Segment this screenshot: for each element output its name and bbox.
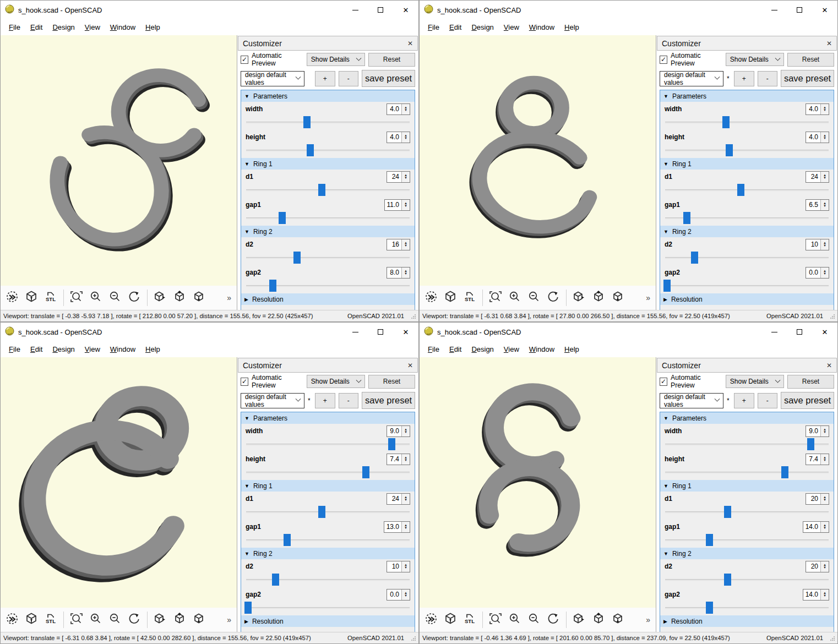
menu-item-edit[interactable]: Edit [25,343,47,355]
customizer-close-icon[interactable]: ✕ [407,40,413,47]
menu-item-view[interactable]: View [499,21,524,33]
parameter-spinbox[interactable]: 8.0▲▼ [387,267,410,279]
zoom-out-button[interactable] [106,610,124,629]
parameter-spinbox[interactable]: 4.0▲▼ [806,103,829,115]
spinbox-arrows[interactable]: ▲▼ [401,239,410,250]
details-dropdown[interactable]: Show Details [726,53,784,66]
spinbox-arrows[interactable]: ▲▼ [401,590,410,600]
slider-handle[interactable] [737,184,744,196]
slider-handle[interactable] [272,574,279,586]
spin-down-icon[interactable]: ▼ [404,177,407,179]
menu-item-help[interactable]: Help [559,21,584,33]
toolbar-overflow-icon[interactable]: » [646,615,650,624]
view-diagonal-button[interactable] [590,288,607,307]
spinbox-arrows[interactable]: ▲▼ [820,454,829,465]
section-header-resolution[interactable]: ▶Resolution [660,615,834,627]
slider-handle[interactable] [293,252,301,264]
parameter-spinbox[interactable]: 20▲▼ [806,561,829,572]
spinbox-arrows[interactable]: ▲▼ [820,104,829,114]
menu-item-window[interactable]: Window [105,21,140,33]
parameter-slider[interactable] [665,280,829,292]
spin-down-icon[interactable]: ▼ [823,272,826,275]
section-header-parameters[interactable]: ▼Parameters [241,90,415,102]
spinbox-arrows[interactable]: ▲▼ [401,132,410,143]
spin-down-icon[interactable]: ▼ [404,244,407,247]
maximize-button[interactable] [787,1,812,19]
section-header-ring-2[interactable]: ▼Ring 2 [660,226,834,237]
parameter-slider[interactable] [246,438,410,450]
zoom-in-button[interactable] [87,288,105,307]
slider-handle[interactable] [724,574,731,586]
save-preset-button[interactable]: save preset [781,70,834,87]
spin-down-icon[interactable]: ▼ [404,527,407,530]
spinbox-arrows[interactable]: ▲▼ [401,200,410,210]
parameter-spinbox[interactable]: 0.0▲▼ [806,267,829,279]
spinbox-arrows[interactable]: ▲▼ [820,590,829,600]
parameter-spinbox[interactable]: 10▲▼ [387,561,410,572]
spinbox-arrows[interactable]: ▲▼ [820,132,829,143]
spin-down-icon[interactable]: ▼ [823,527,826,530]
minimize-button[interactable] [342,1,368,19]
parameter-slider[interactable] [665,466,829,478]
parameter-spinbox[interactable]: 14.0▲▼ [803,589,829,601]
section-header-ring-2[interactable]: ▼Ring 2 [660,548,834,559]
slider-handle[interactable] [388,438,395,450]
section-header-ring-1[interactable]: ▼Ring 1 [241,158,415,170]
zoom-all-button[interactable] [487,288,504,307]
menu-item-window[interactable]: Window [105,343,140,355]
menu-item-design[interactable]: Design [466,21,498,33]
details-dropdown[interactable]: Show Details [726,375,784,388]
close-button[interactable]: ✕ [393,323,418,341]
menu-item-edit[interactable]: Edit [444,21,466,33]
section-header-resolution[interactable]: ▶Resolution [241,293,415,305]
stl-export-button[interactable]: STL [42,610,59,629]
reset-button[interactable]: Reset [368,375,415,389]
spin-down-icon[interactable]: ▼ [823,459,826,462]
parameter-slider[interactable] [246,184,410,196]
menu-item-edit[interactable]: Edit [25,21,47,33]
spinbox-arrows[interactable]: ▲▼ [401,522,410,532]
spinbox-arrows[interactable]: ▲▼ [820,494,829,504]
parameter-slider[interactable] [246,212,410,224]
menu-item-design[interactable]: Design [47,21,79,33]
preset-dropdown[interactable]: design default values [241,71,304,86]
zoom-out-button[interactable] [525,610,543,629]
view-center-button[interactable] [190,288,208,307]
section-header-ring-1[interactable]: ▼Ring 1 [660,480,834,492]
reset-view-button[interactable] [545,288,562,307]
section-header-ring-2[interactable]: ▼Ring 2 [241,226,415,237]
slider-handle[interactable] [318,506,325,518]
spinbox-arrows[interactable]: ▲▼ [401,426,410,436]
slider-handle[interactable] [781,466,788,478]
slider-handle[interactable] [706,534,713,546]
menu-item-design[interactable]: Design [47,343,79,355]
spin-down-icon[interactable]: ▼ [823,566,826,569]
spin-down-icon[interactable]: ▼ [823,205,826,208]
spinbox-arrows[interactable]: ▲▼ [401,104,410,114]
details-dropdown[interactable]: Show Details [307,375,365,388]
menu-item-view[interactable]: View [499,343,524,355]
parameter-spinbox[interactable]: 20▲▼ [806,493,829,505]
parameter-slider[interactable] [665,602,829,614]
render-preview-button[interactable] [23,610,40,629]
title-bar[interactable]: s_hook.scad - OpenSCAD ✕ [1,323,418,341]
slider-handle[interactable] [807,438,814,450]
reset-button[interactable]: Reset [787,53,834,67]
add-preset-button[interactable]: + [315,71,335,86]
toolbar-overflow-icon[interactable]: » [227,615,231,624]
slider-handle[interactable] [279,212,286,224]
zoom-all-button[interactable] [68,610,85,629]
remove-preset-button[interactable]: - [758,393,778,408]
parameter-slider[interactable] [246,252,410,264]
menu-item-file[interactable]: File [4,343,25,355]
spin-down-icon[interactable]: ▼ [823,431,826,434]
viewport-canvas[interactable] [1,35,237,286]
parameter-slider[interactable] [246,144,410,156]
parameter-slider[interactable] [665,212,829,224]
parameter-slider[interactable] [665,184,829,196]
spin-down-icon[interactable]: ▼ [404,205,407,208]
remove-preset-button[interactable]: - [758,71,778,86]
view-center-button[interactable] [190,610,208,629]
menu-item-help[interactable]: Help [140,343,165,355]
section-header-parameters[interactable]: ▼Parameters [241,412,415,424]
